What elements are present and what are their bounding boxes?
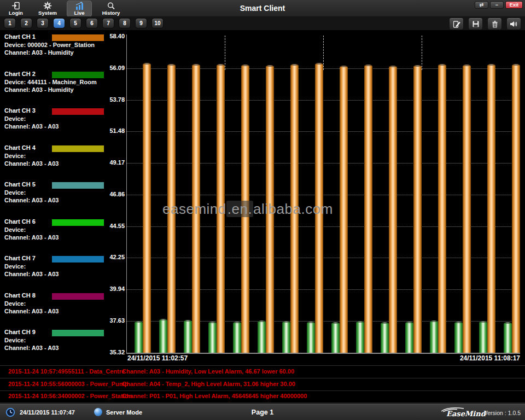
alarm-row-3[interactable]: 2015-11-24 10:56:34000002 - Power_Statio… xyxy=(0,390,525,403)
save-button[interactable] xyxy=(468,18,483,30)
legend-device-line: Device: xyxy=(4,263,26,270)
bar-ch1-14 xyxy=(463,65,471,353)
minimize-button[interactable]: − xyxy=(490,1,504,9)
legend-item-ch5: Chart CH 5Device:Channel: A03 - A03 xyxy=(0,181,126,214)
alarm-device: 000003 - Power_Pump xyxy=(65,381,128,387)
legend-color-chip xyxy=(52,145,104,152)
exit-button[interactable]: Exit xyxy=(505,1,523,9)
alarm-time: 2015-11-24 10:56:34 xyxy=(8,393,65,399)
bar-ch2-6 xyxy=(258,320,266,353)
bar-ch2-16 xyxy=(504,322,512,353)
legend-channel-name: Chart CH 3 xyxy=(4,107,36,114)
legend-device-line: Device: 444111 - Machine_Room xyxy=(4,79,97,85)
bar-ch1-15 xyxy=(487,64,495,353)
bar-ch2-11 xyxy=(381,322,389,353)
delete-button[interactable] xyxy=(487,18,502,30)
live-chart-area: Chart CH 1Device: 000002 - Power_Station… xyxy=(0,30,525,365)
bar-ch2-2 xyxy=(159,319,167,353)
alarm-message: Channel: A03 - Humidity, Low Level Alarm… xyxy=(122,368,294,375)
page-tab-4[interactable]: 4 xyxy=(53,18,65,28)
h-gridline xyxy=(126,289,520,290)
trash-icon xyxy=(491,20,499,28)
h-gridline xyxy=(126,195,520,195)
x-axis-line xyxy=(126,353,520,354)
y-tick-label: 53.78 xyxy=(88,96,125,103)
page-tab-2[interactable]: 2 xyxy=(20,18,32,28)
y-axis-line xyxy=(126,34,127,353)
time-guide-line xyxy=(225,36,225,70)
legend-device-line: Device: 000002 - Power_Station xyxy=(4,42,95,48)
sound-button[interactable] xyxy=(506,18,521,30)
restore-icon: ⇄ xyxy=(480,2,484,8)
bar-ch2-3 xyxy=(184,320,192,353)
bar-ch2-10 xyxy=(356,321,364,353)
alarm-list: 2015-11-24 10:57:49555111 - Data_CentreC… xyxy=(0,365,525,404)
legend-channel-name: Chart CH 6 xyxy=(4,218,36,225)
legend-channel-name: Chart CH 9 xyxy=(4,329,36,335)
y-tick-label: 37.63 xyxy=(88,317,125,324)
bar-ch1-10 xyxy=(364,65,372,353)
save-floppy-icon xyxy=(472,20,480,28)
bar-ch1-16 xyxy=(512,64,520,353)
bar-ch2-13 xyxy=(430,320,438,353)
smart-client-window: Login System xyxy=(0,0,525,420)
bar-ch2-7 xyxy=(282,321,290,353)
bar-ch1-12 xyxy=(413,65,422,353)
edit-button[interactable] xyxy=(449,18,464,30)
legend-device-line: Device: xyxy=(4,226,26,233)
legend-channel-line: Channel: A03 - A03 xyxy=(4,271,59,277)
watermark: easemind.en.alibaba.com xyxy=(162,201,333,218)
alarm-row-2[interactable]: 2015-11-24 10:55:56000003 - Power_PumpCh… xyxy=(0,378,525,391)
brand-name: EaseMind xyxy=(446,410,486,418)
h-gridline xyxy=(126,131,520,132)
version-label: Version : 1.0.5 xyxy=(484,410,521,416)
bar-ch2-12 xyxy=(405,322,413,353)
page-tab-9[interactable]: 9 xyxy=(135,18,147,28)
page-tab-5[interactable]: 5 xyxy=(69,18,81,28)
legend-color-chip xyxy=(52,72,104,78)
alarm-time: 2015-11-24 10:57:49 xyxy=(8,368,65,375)
edit-pencil-icon xyxy=(453,20,460,28)
page-tab-6[interactable]: 6 xyxy=(86,18,98,28)
alarm-row-1[interactable]: 2015-11-24 10:57:49555111 - Data_CentreC… xyxy=(0,366,525,378)
y-tick-label: 35.32 xyxy=(88,349,125,355)
legend-channel-name: Chart CH 8 xyxy=(4,292,36,299)
time-guide-line xyxy=(422,36,422,70)
legend-channel-line: Channel: A03 - A03 xyxy=(4,234,59,241)
page-tab-3[interactable]: 3 xyxy=(37,18,49,28)
bar-ch1-1 xyxy=(143,63,151,353)
alarm-message: Channel: P01 - P01, High Level Alarm, 45… xyxy=(122,393,307,399)
legend-channel-name: Chart CH 4 xyxy=(4,144,36,151)
legend-channel-line: Channel: A03 - A03 xyxy=(4,123,59,130)
x-axis-end-label: 24/11/2015 11:08:17 xyxy=(438,354,520,362)
time-guide-line xyxy=(323,36,324,70)
page-tab-8[interactable]: 8 xyxy=(119,18,131,28)
h-gridline xyxy=(126,163,520,164)
status-bar: 24/11/2015 11:07:47 Server Mode Page 1 E… xyxy=(0,404,525,420)
page-tab-10[interactable]: 10 xyxy=(151,18,164,28)
easemind-logo: EaseMind xyxy=(441,407,480,417)
chart-action-toolbar xyxy=(449,18,521,30)
bar-ch2-14 xyxy=(454,322,463,353)
bar-ch2-4 xyxy=(208,322,217,353)
bar-ch1-9 xyxy=(340,66,348,353)
legend-channel-line: Channel: A03 - A03 xyxy=(4,345,59,351)
bar-ch1-13 xyxy=(438,64,446,353)
legend-item-ch9: Chart CH 9Device:Channel: A03 - A03 xyxy=(0,329,126,361)
page-tab-7[interactable]: 7 xyxy=(102,18,114,28)
bar-ch2-5 xyxy=(233,322,241,353)
legend-channel-line: Channel: A03 - A03 xyxy=(4,160,59,167)
h-gridline xyxy=(126,226,520,227)
legend-device-line: Device: xyxy=(4,300,26,307)
bar-ch2-8 xyxy=(307,322,315,353)
y-tick-label: 46.86 xyxy=(88,191,125,197)
legend-channel-line: Channel: A03 - A03 xyxy=(4,308,59,314)
legend-color-chip xyxy=(52,108,104,115)
page-tab-strip: 12345678910 xyxy=(0,16,525,30)
legend-color-chip xyxy=(52,182,104,189)
app-title: Smart Client xyxy=(0,4,525,13)
page-tab-1[interactable]: 1 xyxy=(4,18,16,28)
legend-channel-name: Chart CH 7 xyxy=(4,255,36,261)
y-tick-label: 51.48 xyxy=(88,127,125,134)
restore-button[interactable]: ⇄ xyxy=(475,1,488,9)
